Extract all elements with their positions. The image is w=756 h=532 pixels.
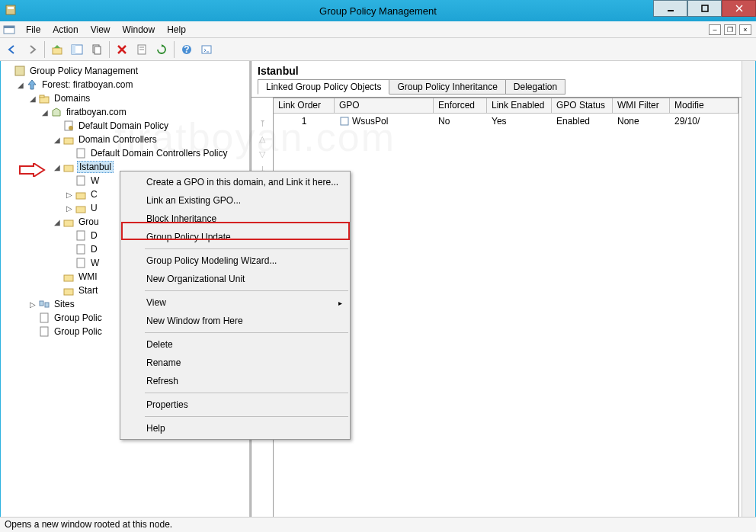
svg-rect-41 bbox=[40, 327, 48, 336]
svg-rect-40 bbox=[40, 313, 48, 322]
col-gpo[interactable]: GPO bbox=[335, 98, 434, 113]
up-button[interactable] bbox=[48, 40, 66, 59]
tree-forest[interactable]: ◢Forest: firatboyan.com bbox=[4, 78, 246, 91]
ctx-create-gpo[interactable]: Create a GPO in this domain, and Link it… bbox=[122, 173, 348, 191]
table-row[interactable]: 1 WsusPol No Yes Enabled None 29/10/ bbox=[274, 114, 738, 129]
svg-rect-30 bbox=[76, 193, 85, 199]
menu-window[interactable]: Window bbox=[117, 23, 162, 37]
col-modified[interactable]: Modifie bbox=[670, 98, 738, 113]
ctx-gp-update[interactable]: Group Policy Update... bbox=[122, 228, 348, 246]
svg-point-25 bbox=[69, 126, 73, 130]
tree-default-dc-policy[interactable]: Default Domain Controllers Policy bbox=[4, 146, 246, 160]
svg-rect-28 bbox=[64, 165, 73, 171]
context-menu: Create a GPO in this domain, and Link it… bbox=[120, 171, 351, 440]
svg-rect-21 bbox=[15, 66, 24, 75]
gpo-icon bbox=[339, 116, 350, 127]
refresh-button[interactable] bbox=[152, 40, 171, 59]
menu-view[interactable]: View bbox=[85, 23, 117, 37]
main-content: Group Policy Management ◢Forest: firatbo… bbox=[0, 61, 756, 532]
tab-linked-gpo[interactable]: Linked Group Policy Objects bbox=[258, 79, 389, 95]
svg-rect-29 bbox=[77, 176, 85, 185]
col-link-enabled[interactable]: Link Enabled bbox=[487, 98, 552, 113]
mdi-restore[interactable]: ❐ bbox=[724, 24, 736, 35]
svg-rect-38 bbox=[40, 301, 43, 306]
svg-rect-42 bbox=[341, 117, 348, 125]
vertical-scrollbar[interactable] bbox=[742, 61, 755, 532]
col-wmi-filter[interactable]: WMI Filter bbox=[613, 98, 670, 113]
ctx-view[interactable]: View bbox=[122, 293, 348, 312]
svg-rect-8 bbox=[53, 48, 62, 54]
svg-rect-32 bbox=[64, 220, 73, 226]
tree-default-domain-policy[interactable]: Default Domain Policy bbox=[4, 119, 246, 133]
minimize-button[interactable] bbox=[653, 0, 687, 17]
app-icon bbox=[5, 4, 17, 16]
menu-bar: File Action View Window Help – ❐ × bbox=[0, 21, 756, 38]
svg-rect-26 bbox=[64, 138, 73, 144]
move-up-icon[interactable]: △ bbox=[256, 134, 268, 146]
svg-rect-10 bbox=[72, 45, 75, 54]
svg-rect-35 bbox=[77, 258, 85, 268]
copy-button[interactable] bbox=[88, 40, 106, 59]
menu-help[interactable]: Help bbox=[161, 23, 192, 37]
link-order-buttons: ⤒ △ ▽ ⤓ bbox=[256, 119, 270, 177]
svg-rect-37 bbox=[64, 289, 73, 295]
svg-rect-12 bbox=[94, 46, 101, 54]
delete-button[interactable] bbox=[113, 40, 131, 59]
col-enforced[interactable]: Enforced bbox=[434, 98, 487, 113]
ctx-delete[interactable]: Delete bbox=[122, 335, 348, 354]
svg-rect-33 bbox=[77, 231, 85, 240]
move-top-icon[interactable]: ⤒ bbox=[256, 119, 268, 131]
svg-rect-31 bbox=[76, 207, 85, 213]
ctx-help[interactable]: Help bbox=[122, 419, 348, 437]
window-title: Group Policy Management bbox=[319, 5, 437, 17]
script-button[interactable] bbox=[197, 40, 216, 59]
ctx-link-existing[interactable]: Link an Existing GPO... bbox=[122, 191, 348, 210]
ctx-block-inheritance[interactable]: Block Inheritance bbox=[122, 210, 348, 228]
ctx-rename[interactable]: Rename bbox=[122, 354, 348, 372]
tree-root[interactable]: Group Policy Management bbox=[4, 64, 246, 78]
maximize-button[interactable] bbox=[687, 0, 722, 17]
svg-text:?: ? bbox=[184, 44, 189, 55]
svg-rect-3 bbox=[702, 5, 708, 11]
details-title: Istanbul bbox=[258, 65, 735, 77]
svg-rect-1 bbox=[8, 7, 14, 9]
tree-domains[interactable]: ◢Domains bbox=[4, 91, 246, 105]
red-arrow-icon bbox=[18, 163, 46, 177]
show-hide-tree-button[interactable] bbox=[68, 40, 86, 59]
ctx-new-ou[interactable]: New Organizational Unit bbox=[122, 270, 348, 288]
tree-domain-controllers[interactable]: ◢Domain Controllers bbox=[4, 133, 246, 146]
status-bar: Opens a new window rooted at this node. bbox=[0, 517, 756, 532]
mdi-close[interactable]: × bbox=[739, 24, 751, 35]
col-gpo-status[interactable]: GPO Status bbox=[552, 98, 613, 113]
back-button[interactable] bbox=[3, 40, 21, 59]
menu-action[interactable]: Action bbox=[46, 23, 84, 37]
ctx-refresh[interactable]: Refresh bbox=[122, 372, 348, 390]
help-button[interactable]: ? bbox=[178, 40, 196, 59]
forward-button[interactable] bbox=[23, 40, 41, 59]
status-text: Opens a new window rooted at this node. bbox=[5, 519, 172, 530]
ctx-gp-modeling[interactable]: Group Policy Modeling Wizard... bbox=[122, 252, 348, 270]
svg-rect-7 bbox=[4, 26, 14, 28]
ctx-new-window[interactable]: New Window from Here bbox=[122, 312, 348, 330]
move-down-icon[interactable]: ▽ bbox=[256, 149, 268, 162]
tab-gp-inheritance[interactable]: Group Policy Inheritance bbox=[389, 79, 505, 95]
properties-button[interactable] bbox=[133, 40, 151, 59]
svg-rect-27 bbox=[77, 149, 85, 158]
ctx-properties[interactable]: Properties bbox=[122, 396, 348, 414]
svg-rect-34 bbox=[77, 245, 85, 254]
svg-rect-23 bbox=[40, 95, 44, 98]
title-bar: Group Policy Management bbox=[0, 0, 756, 21]
mdi-minimize[interactable]: – bbox=[709, 24, 721, 35]
tree-domain[interactable]: ◢firatboyan.com bbox=[4, 105, 246, 119]
toolbar: ? bbox=[0, 38, 756, 61]
svg-rect-0 bbox=[6, 5, 15, 14]
tab-delegation[interactable]: Delegation bbox=[505, 79, 565, 95]
col-link-order[interactable]: Link Order bbox=[274, 98, 335, 113]
close-button[interactable] bbox=[722, 0, 756, 17]
mmc-icon bbox=[3, 24, 15, 36]
svg-rect-39 bbox=[45, 303, 49, 307]
svg-rect-36 bbox=[64, 275, 73, 281]
menu-file[interactable]: File bbox=[20, 23, 46, 37]
